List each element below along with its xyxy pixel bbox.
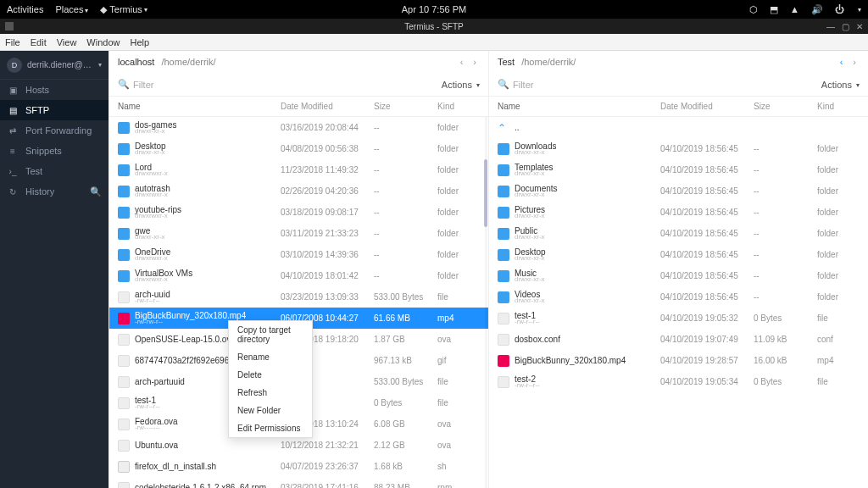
file-kind: ova [437, 335, 480, 344]
folder-icon [498, 143, 509, 155]
tray-dropbox-icon[interactable]: ⬡ [749, 4, 758, 15]
ctx-rename[interactable]: Rename [229, 348, 312, 366]
col-size[interactable]: Size [374, 102, 437, 111]
tray-network-icon[interactable]: ▲ [790, 4, 799, 14]
right-path[interactable]: /home/derrik/ [521, 57, 576, 67]
sidebar-item-snippets[interactable]: ≡Snippets [0, 141, 108, 161]
ctx-copy-to-target[interactable]: Copy to target directory [229, 321, 312, 348]
table-row[interactable]: Musicdrwxr-xr-x04/10/2019 18:56:45--fold… [489, 265, 868, 286]
file-kind: folder [817, 271, 860, 280]
col-name[interactable]: Name [498, 102, 660, 111]
nav-back-button[interactable]: ‹ [457, 57, 467, 67]
scrollbar-thumb[interactable] [484, 159, 487, 227]
table-row[interactable]: test-1-rw-r--r--04/10/2019 19:05:320 Byt… [489, 308, 868, 329]
table-row[interactable]: OneDrivedrwxrwxr-x03/10/2019 14:39:36--f… [109, 244, 488, 265]
table-row[interactable]: Lorddrwxrwxr-x11/23/2018 11:49:32--folde… [109, 159, 488, 180]
table-row[interactable]: Desktopdrwxr-xr-x04/10/2019 18:56:45--fo… [489, 244, 868, 265]
right-host[interactable]: Test [498, 57, 515, 67]
folder-icon [498, 164, 509, 176]
table-row[interactable]: dosbox.conf04/10/2019 19:07:4911.09 kBco… [489, 329, 868, 350]
folder-icon [498, 270, 509, 282]
table-row[interactable]: VirtualBox VMsdrwxrwxr-x04/10/2019 18:01… [109, 265, 488, 286]
window-close-button[interactable]: ✕ [856, 22, 863, 31]
nav-back-button[interactable]: ‹ [837, 57, 847, 67]
sidebar-item-sftp[interactable]: ▤SFTP [0, 100, 108, 120]
table-row[interactable]: Picturesdrwxr-xr-x04/10/2019 18:56:45--f… [489, 202, 868, 223]
sidebar-item-test[interactable]: ›_Test [0, 161, 108, 181]
file-permissions: -rw-r--r-- [135, 297, 170, 304]
tray-power-icon[interactable]: ⏻ [835, 4, 844, 14]
ctx-delete[interactable]: Delete [229, 366, 312, 384]
col-date[interactable]: Date Modified [660, 102, 754, 111]
file-size: 0 Bytes [754, 313, 817, 323]
menu-file[interactable]: File [5, 37, 20, 47]
table-row[interactable]: gwedrwxr-xr-x03/11/2019 21:33:23--folder [109, 223, 488, 244]
table-row[interactable]: BigBuckBunny_320x180.mp404/10/2019 19:28… [489, 350, 868, 371]
folder-icon [498, 186, 509, 197]
table-row[interactable]: arch-uuid-rw-r--r--03/23/2019 13:09:3353… [109, 286, 488, 308]
col-size[interactable]: Size [754, 102, 817, 111]
folder-icon [118, 164, 130, 176]
window-title: Termius - SFTP [404, 22, 463, 31]
clock[interactable]: Apr 10 7:56 PM [402, 4, 466, 14]
file-date: 11/23/2018 11:49:32 [281, 165, 374, 175]
menu-view[interactable]: View [57, 37, 77, 47]
scrollbar-track[interactable] [485, 117, 487, 488]
sidebar-item-port-forwarding[interactable]: ⇄Port Forwarding [0, 120, 108, 141]
nav-forward-button[interactable]: › [849, 57, 860, 67]
col-kind[interactable]: Kind [817, 102, 860, 111]
nav-forward-button[interactable]: › [470, 57, 480, 67]
menu-window[interactable]: Window [86, 37, 120, 47]
file-date: 04/10/2019 18:56:45 [660, 292, 754, 302]
sftp-icon: ▤ [7, 104, 19, 116]
table-row[interactable]: Desktopdrwxr-xr-x04/08/2019 00:56:38--fo… [109, 138, 488, 159]
app-menu[interactable]: ◆ Termius▾ [100, 4, 147, 15]
table-row[interactable]: youtube-ripsdrwxrwxr-x03/18/2019 09:08:1… [109, 202, 488, 223]
file-kind: rpm [437, 483, 480, 488]
col-kind[interactable]: Kind [437, 102, 480, 111]
file-date: 04/10/2019 19:05:34 [660, 377, 754, 386]
table-row[interactable]: Documentsdrwxr-xr-x04/10/2019 18:56:45--… [489, 180, 868, 202]
file-permissions: drwxr-xr-x [515, 276, 545, 283]
tray-icon[interactable]: ⬒ [770, 4, 778, 15]
table-row[interactable]: Publicdrwxr-xr-x04/10/2019 18:56:45--fol… [489, 223, 868, 244]
folder-icon [118, 270, 130, 282]
table-row[interactable]: dos-gamesdrwxr-xr-x03/16/2019 20:08:44--… [109, 117, 488, 138]
left-host[interactable]: localhost [118, 57, 154, 67]
ctx-edit-permissions[interactable]: Edit Permissions [229, 419, 312, 437]
col-name[interactable]: Name [118, 102, 281, 111]
file-size: -- [374, 123, 437, 132]
file-icon [118, 334, 130, 346]
right-actions-menu[interactable]: Actions ▾ [821, 80, 860, 90]
search-icon[interactable]: 🔍 [90, 186, 102, 197]
menu-help[interactable]: Help [130, 37, 149, 47]
window-maximize-button[interactable]: ▢ [842, 22, 849, 31]
file-icon [118, 482, 130, 489]
table-row[interactable]: test-2-rw-r--r--04/10/2019 19:05:340 Byt… [489, 371, 868, 392]
window-minimize-button[interactable]: — [826, 22, 835, 31]
file-date: 10/12/2018 21:32:21 [281, 441, 374, 450]
right-filter-input[interactable]: 🔍Filter [498, 76, 815, 93]
tray-volume-icon[interactable]: 🔊 [811, 4, 823, 15]
sidebar-item-hosts[interactable]: ▣Hosts [0, 80, 108, 100]
left-actions-menu[interactable]: Actions ▾ [442, 80, 480, 90]
account-switcher[interactable]: D derrik.diener@gmail.com ▾ [0, 51, 108, 80]
table-row[interactable]: Templatesdrwxr-xr-x04/10/2019 18:56:45--… [489, 159, 868, 180]
table-row[interactable]: firefox_dl_n_install.sh04/07/2019 23:26:… [109, 456, 488, 477]
places-menu[interactable]: Places▾ [55, 4, 88, 14]
file-size: 533.00 Bytes [374, 292, 437, 302]
table-row[interactable]: autotrashdrwxrwxr-x02/26/2019 04:20:36--… [109, 180, 488, 202]
table-row[interactable]: ⌃.. [489, 117, 868, 138]
activities-button[interactable]: Activities [7, 4, 43, 14]
table-row[interactable]: Videosdrwxr-xr-x04/10/2019 18:56:45--fol… [489, 286, 868, 308]
table-row[interactable]: Downloadsdrwxr-xr-x04/10/2019 18:56:45--… [489, 138, 868, 159]
file-date: 04/07/2019 23:26:37 [281, 462, 374, 471]
ctx-new-folder[interactable]: New Folder [229, 402, 312, 419]
table-row[interactable]: codelobsteride-1.6.1-2.x86_64.rpm03/28/2… [109, 477, 488, 488]
left-filter-input[interactable]: 🔍Filter [118, 76, 435, 93]
sidebar-item-history[interactable]: ↻History🔍 [0, 181, 108, 202]
left-path[interactable]: /home/derrik/ [161, 57, 215, 67]
menu-edit[interactable]: Edit [31, 37, 47, 47]
col-date[interactable]: Date Modified [281, 102, 374, 111]
ctx-refresh[interactable]: Refresh [229, 384, 312, 402]
